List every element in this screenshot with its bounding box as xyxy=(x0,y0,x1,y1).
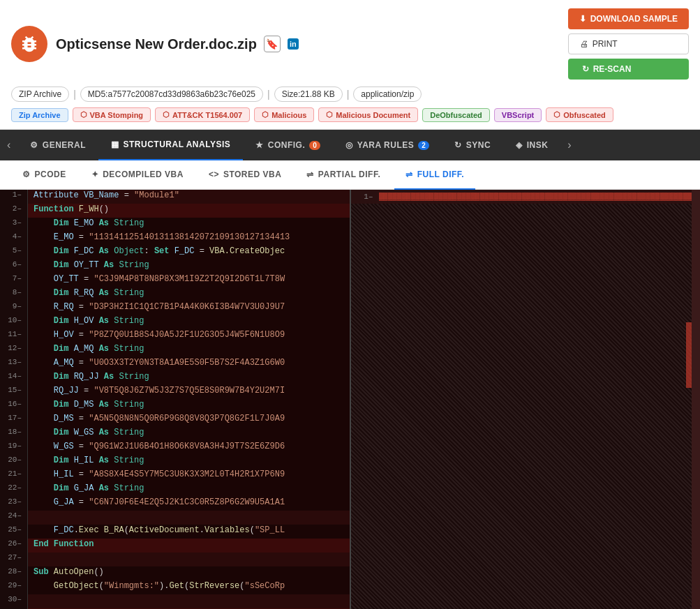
zip-archive-badge: ZIP Archive xyxy=(11,87,69,102)
code-line-25: 25– F_DC.Exec B_RA(ActiveDocument.Variab… xyxy=(0,525,350,539)
code-line-15: 15– RQ_JJ = "V8T5Q8J6Z7W5J3Z7S7Q5E8S0R9W… xyxy=(0,385,350,399)
tab-general-label: GENERAL xyxy=(43,140,86,150)
bookmark-icon-btn[interactable]: 🔖 xyxy=(264,36,281,52)
code-line-21: 21– H_IL = "A8S8X4E4S5Y7M5C3U8K3X3M2L0T4… xyxy=(0,469,350,483)
right-panel-header: 1– ▓▓▓▓▓▓▓▓▓▓▓▓▓▓▓▓▓▓▓▓▓▓▓▓▓▓▓▓▓▓▓▓▓▓▓▓▓… xyxy=(351,190,701,204)
tab-yara[interactable]: ◎ YARA RULES 2 xyxy=(333,130,442,160)
tag-icon: ⬡ xyxy=(326,110,333,119)
code-line-7: 7– OY_TT = "C3J9M4P8T8N8P8X3M1I9Z2T2Q9I2… xyxy=(0,273,350,287)
tab-structural[interactable]: ▦ STRUCTURAL ANALYSIS xyxy=(98,130,243,160)
subtab-partial-label: PARTIAL DIFF. xyxy=(318,170,380,179)
right-line-num: 1– xyxy=(351,193,379,201)
insk-icon: ◈ xyxy=(516,140,523,150)
print-label: PRINT xyxy=(593,39,618,49)
tag-vbscript[interactable]: VBScript xyxy=(494,108,542,122)
right-scrollbar[interactable] xyxy=(692,190,700,609)
code-line-27: 27– xyxy=(0,552,350,566)
subtab-full[interactable]: ⇌ FULL DIFF. xyxy=(394,160,475,190)
tab-insk[interactable]: ◈ INSK xyxy=(503,130,560,160)
yara-icon: ◎ xyxy=(345,140,353,150)
code-line-18: 18– Dim W_GS As String xyxy=(0,427,350,441)
code-line-4: 4– E_MO = "11314112514013113814207210913… xyxy=(0,232,350,246)
right-diff-bar xyxy=(686,322,692,389)
mime-badge: application/zip xyxy=(353,87,422,102)
general-icon: ⚙ xyxy=(30,140,38,150)
code-line-5: 5– Dim F_DC As Object: Set F_DC = VBA.Cr… xyxy=(0,246,350,260)
tab-insk-label: INSK xyxy=(527,140,549,150)
nav-prev-arrow[interactable]: ‹ xyxy=(0,139,17,151)
tag-zip-archive[interactable]: Zip Archive xyxy=(11,108,68,122)
tag-deobfuscated[interactable]: DeObfuscated xyxy=(422,108,490,122)
tab-sync[interactable]: ↻ SYNC xyxy=(442,130,503,160)
code-line-16: 16– Dim D_MS As String xyxy=(0,399,350,413)
bug-icon xyxy=(11,26,47,62)
tag-malicious[interactable]: ⬡Malicious xyxy=(254,107,314,122)
tab-config-label: CONFIG. xyxy=(268,140,306,150)
code-line-24: 24– xyxy=(0,511,350,525)
subtab-decompiled[interactable]: ✦ DECOMPILED VBA xyxy=(80,160,195,190)
size-badge: Size:21.88 KB xyxy=(274,87,343,102)
tags-row: Zip Archive ⬡VBA Stomping ⬡ATT&CK T1564.… xyxy=(11,107,689,122)
tag-malicious-doc[interactable]: ⬡Malicious Document xyxy=(318,107,418,122)
nav-tabs: ‹ ⚙ GENERAL ▦ STRUCTURAL ANALYSIS ★ CONF… xyxy=(0,130,700,160)
meta-row: ZIP Archive | MD5:a7577c20087cd33d9863a6… xyxy=(11,87,689,102)
tab-structural-label: STRUCTURAL ANALYSIS xyxy=(124,140,231,149)
rescan-label: RE-SCAN xyxy=(593,64,632,74)
bug-svg xyxy=(19,33,40,54)
config-icon: ★ xyxy=(255,140,264,150)
structural-icon: ▦ xyxy=(111,140,119,149)
linkedin-icon[interactable]: in xyxy=(288,38,299,50)
rescan-icon: ↻ xyxy=(582,64,589,74)
full-icon: ⇌ xyxy=(405,170,413,179)
download-button[interactable]: ⬇ DOWNLOAD SAMPLE xyxy=(568,8,689,29)
config-badge: 0 xyxy=(309,141,320,150)
subtab-partial[interactable]: ⇌ PARTIAL DIFF. xyxy=(295,160,392,190)
tag-icon: ⬡ xyxy=(80,110,87,119)
tag-obfuscated[interactable]: ⬡Obfuscated xyxy=(546,107,613,122)
decompiled-icon: ✦ xyxy=(91,170,99,179)
tab-general[interactable]: ⚙ GENERAL xyxy=(17,130,98,160)
code-panel-left[interactable]: 1– Attribute VB_Name = "Module1" 2– Func… xyxy=(0,190,351,609)
file-title: Opticsense New Order.doc.zip xyxy=(56,36,257,52)
print-button[interactable]: 🖨 PRINT xyxy=(568,33,689,54)
tag-attck[interactable]: ⬡ATT&CK T1564.007 xyxy=(155,107,250,122)
code-line-22: 22– Dim G_JA As String xyxy=(0,483,350,497)
tag-icon: ⬡ xyxy=(262,110,269,119)
download-icon: ⬇ xyxy=(579,14,586,24)
code-line-11: 11– H_OV = "P8Z7Q0U1B8S4J0A5J2F1U2G3O5J4… xyxy=(0,329,350,343)
code-line-17: 17– D_MS = "A5N5Q8N8N5Q0R6P9G8Q8V8Q3P7Q8… xyxy=(0,413,350,427)
yara-badge: 2 xyxy=(418,141,429,150)
subtab-stored[interactable]: <> STORED VBA xyxy=(198,160,292,190)
subtab-pcode[interactable]: ⚙ PCODE xyxy=(11,160,77,190)
header-top: Opticsense New Order.doc.zip 🔖 in ⬇ DOWN… xyxy=(11,8,689,80)
partial-icon: ⇌ xyxy=(306,170,314,179)
subtab-pcode-label: PCODE xyxy=(35,170,66,179)
code-line-19: 19– W_GS = "Q9G1W2J1U6B4O1H8O6K8V8A3H4J9… xyxy=(0,441,350,455)
code-line-13: 13– A_MQ = "U0O3X3T2Y0N3T8A1A9E5S0F5B7S2… xyxy=(0,357,350,371)
sub-tabs: ⚙ PCODE ✦ DECOMPILED VBA <> STORED VBA ⇌… xyxy=(0,160,700,190)
sync-icon: ↻ xyxy=(454,140,462,150)
title-area: Opticsense New Order.doc.zip 🔖 in xyxy=(56,36,560,52)
header-actions: ⬇ DOWNLOAD SAMPLE 🖨 PRINT ↻ RE-SCAN xyxy=(568,8,689,80)
subtab-stored-label: STORED VBA xyxy=(223,170,281,179)
code-line-12: 12– Dim A_MQ As String xyxy=(0,343,350,357)
code-line-2: 2– Function F_WH() xyxy=(0,204,350,218)
download-label: DOWNLOAD SAMPLE xyxy=(590,14,678,24)
code-panel-right[interactable]: 1– ▓▓▓▓▓▓▓▓▓▓▓▓▓▓▓▓▓▓▓▓▓▓▓▓▓▓▓▓▓▓▓▓▓▓▓▓▓… xyxy=(351,190,701,609)
tag-vba-stomping[interactable]: ⬡VBA Stomping xyxy=(73,107,151,122)
code-line-9: 9– R_RQ = "D3P3H2I1C1Q1C7B1P4A4K0K6I3B4W… xyxy=(0,301,350,315)
code-line-10: 10– Dim H_OV As String xyxy=(0,315,350,329)
code-line-3: 3– Dim E_MO As String xyxy=(0,218,350,232)
code-line-20: 20– Dim H_IL As String xyxy=(0,455,350,469)
rescan-button[interactable]: ↻ RE-SCAN xyxy=(568,59,689,80)
print-icon: 🖨 xyxy=(580,39,588,49)
code-line-6: 6– Dim OY_TT As String xyxy=(0,260,350,273)
tag-icon: ⬡ xyxy=(553,110,560,119)
stored-icon: <> xyxy=(209,170,219,179)
tab-yara-label: YARA RULES xyxy=(357,140,414,150)
code-line-26: 26– End Function xyxy=(0,539,350,552)
right-squiggles: ▓▓▓▓▓▓▓▓▓▓▓▓▓▓▓▓▓▓▓▓▓▓▓▓▓▓▓▓▓▓▓▓▓▓▓▓▓▓▓▓… xyxy=(379,193,701,201)
nav-next-arrow[interactable]: › xyxy=(560,139,578,151)
tab-config[interactable]: ★ CONFIG. 0 xyxy=(243,130,333,160)
code-line-23: 23– G_JA = "C6N7J0F6E4E2Q5J2K1C3C0R5Z8P6… xyxy=(0,497,350,511)
